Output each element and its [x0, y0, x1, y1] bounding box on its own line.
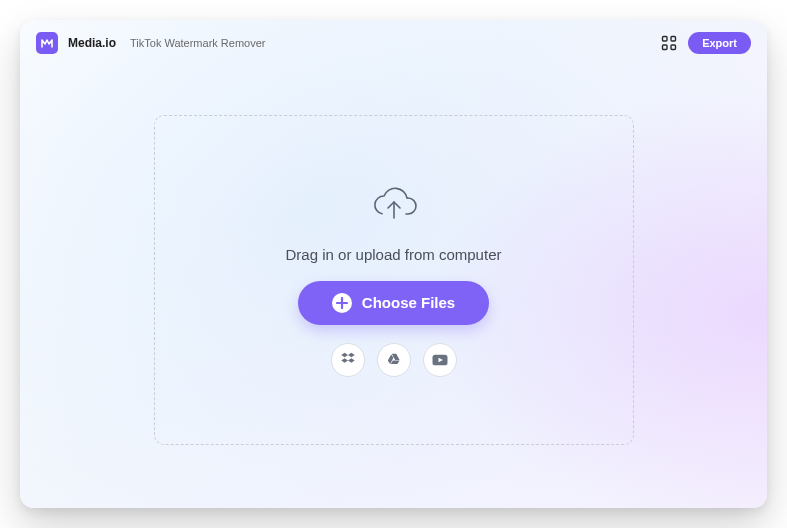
- svg-rect-2: [663, 45, 668, 50]
- youtube-icon: [431, 351, 449, 369]
- export-button[interactable]: Export: [688, 32, 751, 54]
- gdrive-icon: [385, 351, 403, 369]
- upload-source-row: [331, 343, 457, 377]
- brand-name: Media.io: [68, 36, 116, 50]
- choose-files-button[interactable]: Choose Files: [298, 281, 489, 325]
- choose-files-label: Choose Files: [362, 294, 455, 311]
- qr-icon[interactable]: [660, 34, 678, 52]
- drop-prompt-text: Drag in or upload from computer: [286, 246, 502, 263]
- svg-rect-3: [671, 45, 676, 50]
- main-area: Drag in or upload from computer Choose F…: [20, 66, 767, 508]
- page-title: TikTok Watermark Remover: [130, 37, 265, 49]
- plus-circle-icon: [332, 293, 352, 313]
- app-window: Media.io TikTok Watermark Remover Export…: [20, 20, 767, 508]
- brand-logo: [36, 32, 58, 54]
- dropbox-icon: [339, 351, 357, 369]
- brand-logo-icon: [40, 36, 54, 50]
- youtube-source-button[interactable]: [423, 343, 457, 377]
- svg-rect-0: [663, 37, 668, 42]
- cloud-upload-icon: [369, 184, 419, 228]
- topbar: Media.io TikTok Watermark Remover Export: [20, 20, 767, 66]
- gdrive-source-button[interactable]: [377, 343, 411, 377]
- drop-zone[interactable]: Drag in or upload from computer Choose F…: [154, 115, 634, 445]
- dropbox-source-button[interactable]: [331, 343, 365, 377]
- svg-rect-1: [671, 37, 676, 42]
